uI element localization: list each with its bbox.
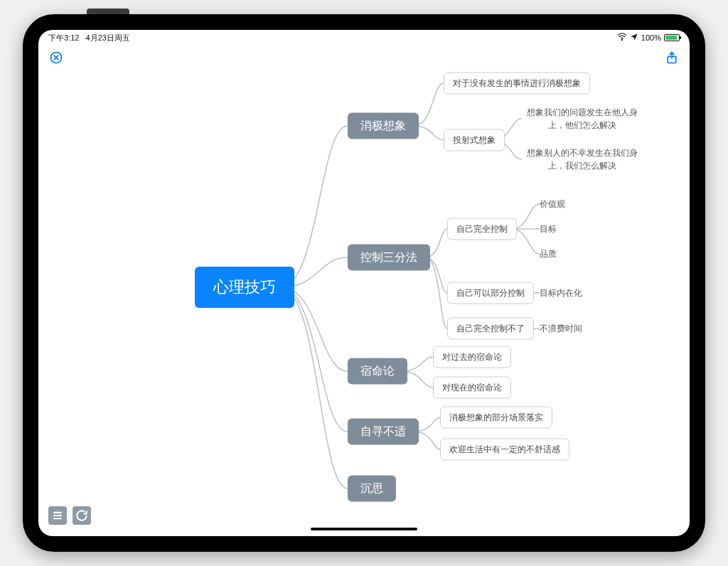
mindmap-canvas[interactable]: 心理技巧 消极想象 对于没有发生的事情进行消极想象 投射式想象 想象我们的问题发… — [38, 30, 690, 536]
node-root[interactable]: 心理技巧 — [195, 267, 294, 308]
node-b3-l2[interactable]: 对现在的宿命论 — [433, 377, 511, 399]
screen: 下午3:12 4月23日周五 100% — [38, 30, 690, 536]
node-b4-l2[interactable]: 欢迎生活中有一定的不舒适感 — [440, 439, 569, 461]
node-b1-l2b[interactable]: 想象别人的不幸发生在我们身上，我们怎么解决 — [522, 145, 643, 173]
node-b5[interactable]: 沉思 — [348, 476, 396, 502]
node-b2-l1c[interactable]: 品质 — [540, 247, 557, 262]
node-b2-l1a[interactable]: 价值观 — [540, 197, 565, 212]
node-b2-l2[interactable]: 自己可以部分控制 — [447, 282, 534, 304]
ipad-frame: 下午3:12 4月23日周五 100% — [23, 14, 705, 552]
node-b2[interactable]: 控制三分法 — [348, 245, 430, 271]
node-b2-l2a[interactable]: 目标内在化 — [540, 286, 582, 301]
node-b3-l1[interactable]: 对过去的宿命论 — [433, 346, 511, 368]
node-b2-l3[interactable]: 自己完全控制不了 — [447, 318, 534, 340]
node-b1[interactable]: 消极想象 — [348, 113, 419, 139]
home-indicator — [311, 528, 417, 530]
node-b4-l1[interactable]: 消极想象的部分场景落实 — [440, 407, 552, 429]
node-b3[interactable]: 宿命论 — [348, 358, 407, 385]
node-b2-l1b[interactable]: 目标 — [540, 222, 557, 237]
node-b1-l2[interactable]: 投射式想象 — [444, 129, 505, 151]
node-b2-l1[interactable]: 自己完全控制 — [447, 218, 517, 240]
node-b2-l3a[interactable]: 不浪费时间 — [540, 321, 582, 336]
node-b4[interactable]: 自寻不适 — [348, 419, 419, 445]
node-b1-l1[interactable]: 对于没有发生的事情进行消极想象 — [444, 73, 590, 95]
node-b1-l2a[interactable]: 想象我们的问题发生在他人身上，他们怎么解决 — [522, 105, 643, 133]
